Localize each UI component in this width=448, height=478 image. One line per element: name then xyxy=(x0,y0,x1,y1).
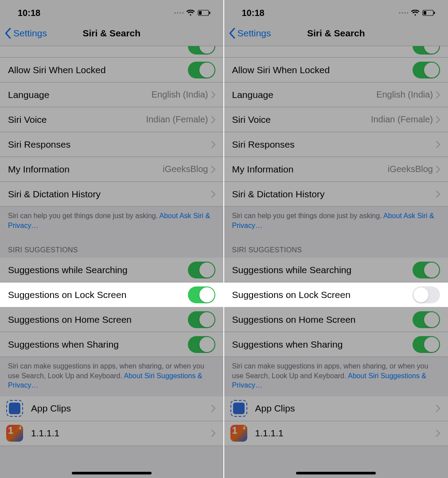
row-label: Siri Voice xyxy=(232,114,371,125)
back-button[interactable]: Settings xyxy=(0,28,47,39)
row-app-1111[interactable]: 1.1.1.1 xyxy=(224,421,448,446)
row-allow-siri-locked[interactable]: Allow Siri When Locked xyxy=(0,58,223,82)
toggle-press-side[interactable] xyxy=(188,46,215,55)
row-suggestions-home-screen[interactable]: Suggestions on Home Screen xyxy=(0,307,223,332)
row-my-information[interactable]: My Information iGeeksBlog xyxy=(0,157,223,182)
nav-bar: Settings Siri & Search xyxy=(224,20,448,46)
row-language[interactable]: Language English (India) xyxy=(0,82,223,107)
row-label: Suggestions on Lock Screen xyxy=(8,290,188,300)
toggle-allow-locked[interactable] xyxy=(188,62,215,78)
toggle-suggestions-searching[interactable] xyxy=(188,262,215,278)
svg-point-10 xyxy=(407,12,409,14)
status-bar: 10:18 xyxy=(224,0,448,20)
toggle-suggestions-lock-screen[interactable] xyxy=(413,286,440,303)
row-label: Suggestions while Searching xyxy=(232,265,413,275)
settings-list: Allow Siri When Locked Language English … xyxy=(0,46,223,207)
svg-point-7 xyxy=(399,12,401,14)
row-suggestions-sharing[interactable]: Suggestions when Sharing xyxy=(224,332,448,357)
toggle-allow-locked[interactable] xyxy=(413,62,440,78)
chevron-right-icon xyxy=(436,191,440,198)
row-language[interactable]: Language English (India) xyxy=(224,82,448,107)
row-label: Language xyxy=(8,90,152,100)
row-value: iGeeksBlog xyxy=(163,164,208,174)
wifi-icon xyxy=(186,10,195,16)
suggestions-list: Suggestions while Searching Suggestions … xyxy=(0,258,223,357)
app-clips-icon xyxy=(6,400,23,417)
row-label: 1.1.1.1 xyxy=(255,428,436,439)
battery-icon xyxy=(422,10,436,16)
row-suggestions-lock-screen[interactable]: Suggestions on Lock Screen xyxy=(224,282,448,307)
app-1111-icon xyxy=(230,425,247,442)
apps-list: App Clips 1.1.1.1 xyxy=(0,396,223,446)
row-suggestions-home-screen[interactable]: Suggestions on Home Screen xyxy=(224,307,448,332)
row-app-clips[interactable]: App Clips xyxy=(224,396,448,421)
row-my-information[interactable]: My Information iGeeksBlog xyxy=(224,157,448,182)
row-suggestions-searching[interactable]: Suggestions while Searching xyxy=(0,258,223,282)
row-app-1111[interactable]: 1.1.1.1 xyxy=(0,421,223,446)
row-value: English (India) xyxy=(376,90,433,100)
row-label: Language xyxy=(232,90,377,100)
row-value: Indian (Female) xyxy=(146,114,208,125)
chevron-right-icon xyxy=(211,430,215,437)
row-press-side-button[interactable] xyxy=(224,46,448,58)
svg-rect-12 xyxy=(424,11,426,15)
row-label: Allow Siri When Locked xyxy=(8,65,188,75)
chevron-right-icon xyxy=(436,430,440,437)
row-allow-siri-locked[interactable]: Allow Siri When Locked xyxy=(224,58,448,82)
svg-point-3 xyxy=(182,12,183,14)
row-press-side-button[interactable] xyxy=(0,46,223,58)
row-siri-history[interactable]: Siri & Dictation History xyxy=(0,182,223,207)
home-indicator[interactable] xyxy=(296,472,376,474)
back-label: Settings xyxy=(238,28,271,39)
row-label: My Information xyxy=(232,164,388,175)
row-suggestions-searching[interactable]: Suggestions while Searching xyxy=(224,258,448,282)
toggle-press-side[interactable] xyxy=(413,46,440,55)
row-suggestions-lock-screen[interactable]: Suggestions on Lock Screen xyxy=(0,282,223,307)
toggle-suggestions-sharing[interactable] xyxy=(413,336,440,353)
row-label: Suggestions on Lock Screen xyxy=(232,290,413,300)
toggle-suggestions-home-screen[interactable] xyxy=(413,311,440,328)
row-siri-responses[interactable]: Siri Responses xyxy=(0,132,223,157)
chevron-right-icon xyxy=(211,91,215,98)
footer-suggestions-privacy: Siri can make suggestions in apps, when … xyxy=(224,357,448,396)
row-value: English (India) xyxy=(152,90,208,100)
row-value: iGeeksBlog xyxy=(388,164,433,174)
row-app-clips[interactable]: App Clips xyxy=(0,396,223,421)
row-suggestions-sharing[interactable]: Suggestions when Sharing xyxy=(0,332,223,357)
row-siri-history[interactable]: Siri & Dictation History xyxy=(224,182,448,207)
chevron-right-icon xyxy=(211,141,215,148)
row-label: Siri Responses xyxy=(8,139,211,150)
toggle-suggestions-searching[interactable] xyxy=(413,262,440,278)
row-siri-voice[interactable]: Siri Voice Indian (Female) xyxy=(0,107,223,132)
row-label: My Information xyxy=(8,164,163,175)
home-indicator[interactable] xyxy=(72,472,152,474)
row-siri-responses[interactable]: Siri Responses xyxy=(224,132,448,157)
row-siri-voice[interactable]: Siri Voice Indian (Female) xyxy=(224,107,448,132)
back-label: Settings xyxy=(13,28,47,39)
svg-point-0 xyxy=(174,12,175,14)
status-time: 10:18 xyxy=(242,8,265,18)
app-1111-icon xyxy=(6,425,23,442)
chevron-right-icon xyxy=(436,405,440,412)
svg-rect-13 xyxy=(434,12,435,14)
row-label: Siri Voice xyxy=(8,114,146,125)
toggle-suggestions-lock-screen[interactable] xyxy=(188,286,215,303)
svg-point-8 xyxy=(402,12,403,14)
svg-rect-6 xyxy=(209,12,210,14)
status-time: 10:18 xyxy=(18,8,40,18)
chevron-right-icon xyxy=(436,166,440,173)
chevron-right-icon xyxy=(211,166,215,173)
row-label: 1.1.1.1 xyxy=(31,428,211,439)
back-button[interactable]: Settings xyxy=(224,28,271,39)
toggle-suggestions-home-screen[interactable] xyxy=(188,311,215,328)
footer-siri-privacy: Siri can help you get things done just b… xyxy=(224,207,448,236)
toggle-suggestions-sharing[interactable] xyxy=(188,336,215,353)
svg-point-9 xyxy=(405,12,406,14)
row-label: Siri & Dictation History xyxy=(232,189,436,200)
footer-suggestions-privacy: Siri can make suggestions in apps, when … xyxy=(0,357,223,396)
section-header-suggestions: SIRI SUGGESTIONS xyxy=(224,236,448,258)
nav-bar: Settings Siri & Search xyxy=(0,20,223,46)
chevron-right-icon xyxy=(211,116,215,123)
row-label: Suggestions while Searching xyxy=(8,265,188,275)
suggestions-list: Suggestions while Searching Suggestions … xyxy=(224,258,448,357)
